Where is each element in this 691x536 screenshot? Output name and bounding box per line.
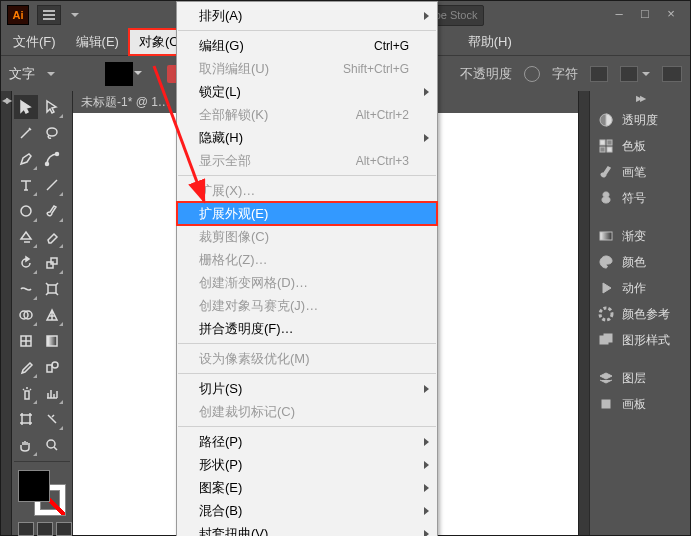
menu-flatten-transparency[interactable]: 拼合透明度(F)… xyxy=(177,317,437,340)
tool-lasso[interactable] xyxy=(40,121,64,145)
paragraph-icon-group[interactable] xyxy=(590,66,608,82)
menu-path[interactable]: 路径(P) xyxy=(177,430,437,453)
tool-graph[interactable] xyxy=(40,381,64,405)
app-logo: Ai xyxy=(7,5,29,25)
menu-pattern[interactable]: 图案(E) xyxy=(177,476,437,499)
panel-actions[interactable]: 动作 xyxy=(590,275,690,301)
menu-arrange[interactable]: 排列(A) xyxy=(177,4,437,27)
panel-color[interactable]: 颜色 xyxy=(590,249,690,275)
panel-label: 动作 xyxy=(622,280,646,297)
svg-point-2 xyxy=(56,153,59,156)
opacity-label[interactable]: 不透明度 xyxy=(460,65,512,83)
brushes-icon xyxy=(598,164,614,180)
menu-slice[interactable]: 切片(S) xyxy=(177,377,437,400)
svg-rect-25 xyxy=(602,400,610,408)
menu-envelope[interactable]: 封套扭曲(V) xyxy=(177,522,437,536)
symbols-icon xyxy=(598,190,614,206)
menu-show-all: 显示全部Alt+Ctrl+3 xyxy=(177,149,437,172)
left-panel-collapse[interactable]: ◀▶ xyxy=(1,91,12,535)
tool-shaper[interactable] xyxy=(14,225,38,249)
panel-color-guide[interactable]: 颜色参考 xyxy=(590,301,690,327)
menu-expand-appearance[interactable]: 扩展外观(E) xyxy=(177,202,437,225)
tool-pen[interactable] xyxy=(14,147,38,171)
svg-rect-21 xyxy=(600,232,612,240)
tool-eraser[interactable] xyxy=(40,225,64,249)
color-mode-btn[interactable] xyxy=(18,522,34,536)
layout-switcher[interactable] xyxy=(37,5,61,25)
panel-graphic-styles[interactable]: 图形样式 xyxy=(590,327,690,353)
tool-width[interactable] xyxy=(14,277,38,301)
tool-line[interactable] xyxy=(40,173,64,197)
tool-shape-builder[interactable] xyxy=(14,303,38,327)
window-maximize-button[interactable]: □ xyxy=(632,5,658,25)
tool-symbol-spray[interactable] xyxy=(14,381,38,405)
toolbox xyxy=(12,91,73,535)
tool-free-transform[interactable] xyxy=(40,277,64,301)
svg-rect-13 xyxy=(25,391,29,399)
svg-point-15 xyxy=(47,440,55,448)
gradient-mode-btn[interactable] xyxy=(37,522,53,536)
tool-hand[interactable] xyxy=(14,433,38,457)
tool-rotate[interactable] xyxy=(14,251,38,275)
tool-artboard[interactable] xyxy=(14,407,38,431)
menu-hide[interactable]: 隐藏(H) xyxy=(177,126,437,149)
panel-brushes[interactable]: 画笔 xyxy=(590,159,690,185)
tool-slice[interactable] xyxy=(40,407,64,431)
chevron-down-icon[interactable] xyxy=(47,72,55,76)
graphic-styles-icon xyxy=(598,332,614,348)
window-minimize-button[interactable]: – xyxy=(606,5,632,25)
tool-selection[interactable] xyxy=(14,95,38,119)
svg-rect-11 xyxy=(47,365,52,372)
transform-icon-group[interactable] xyxy=(620,66,650,82)
tool-gradient[interactable] xyxy=(40,329,64,353)
panel-label: 图层 xyxy=(622,370,646,387)
menu-lock[interactable]: 锁定(L) xyxy=(177,80,437,103)
layers-icon xyxy=(598,370,614,386)
fill-stroke-control[interactable] xyxy=(18,470,66,516)
panel-gradient[interactable]: 渐变 xyxy=(590,223,690,249)
style-target-icon[interactable] xyxy=(524,66,540,82)
menu-help[interactable]: 帮助(H) xyxy=(458,29,522,55)
menu-unlock-all: 全部解锁(K)Alt+Ctrl+2 xyxy=(177,103,437,126)
panel-swatches[interactable]: 色板 xyxy=(590,133,690,159)
tool-curvature[interactable] xyxy=(40,147,64,171)
menu-edit[interactable]: 编辑(E) xyxy=(66,29,129,55)
tool-blend[interactable] xyxy=(40,355,64,379)
align-icon xyxy=(590,66,608,82)
color-guide-icon xyxy=(598,306,614,322)
panel-label: 图形样式 xyxy=(622,332,670,349)
tool-type[interactable] xyxy=(14,173,38,197)
fill-color-swatch[interactable] xyxy=(105,62,133,86)
swatches-icon xyxy=(598,138,614,154)
tool-scale[interactable] xyxy=(40,251,64,275)
chevron-right-icon xyxy=(424,12,429,20)
tool-eyedropper[interactable] xyxy=(14,355,38,379)
none-mode-btn[interactable] xyxy=(56,522,72,536)
chevron-down-icon xyxy=(642,72,650,76)
panel-layers[interactable]: 图层 xyxy=(590,365,690,391)
menu-trim-marks: 创建裁切标记(C) xyxy=(177,400,437,423)
panel-transparency[interactable]: 透明度 xyxy=(590,107,690,133)
panel-artboards[interactable]: 画板 xyxy=(590,391,690,417)
svg-rect-4 xyxy=(47,262,53,268)
menu-file[interactable]: 文件(F) xyxy=(3,29,66,55)
tool-mesh[interactable] xyxy=(14,329,38,353)
fill-swatch[interactable] xyxy=(18,470,50,502)
panel-symbols[interactable]: 符号 xyxy=(590,185,690,211)
chevron-double-icon[interactable]: ▶▶ xyxy=(590,95,690,107)
chevron-double-icon: ◀▶ xyxy=(2,97,10,104)
object-menu-dropdown: 排列(A) 编组(G)Ctrl+G 取消编组(U)Shift+Ctrl+G 锁定… xyxy=(176,1,438,536)
more-options-icon[interactable] xyxy=(662,66,682,82)
menu-shape[interactable]: 形状(P) xyxy=(177,453,437,476)
tool-direct-select[interactable] xyxy=(40,95,64,119)
menu-blend[interactable]: 混合(B) xyxy=(177,499,437,522)
menu-group[interactable]: 编组(G)Ctrl+G xyxy=(177,34,437,57)
tool-magic-wand[interactable] xyxy=(14,121,38,145)
right-panel-collapse[interactable] xyxy=(578,91,589,535)
tool-zoom[interactable] xyxy=(40,433,64,457)
tool-rect[interactable] xyxy=(14,199,38,223)
window-close-button[interactable]: × xyxy=(658,5,684,25)
characters-label[interactable]: 字符 xyxy=(552,65,578,83)
tool-perspective[interactable] xyxy=(40,303,64,327)
tool-brush[interactable] xyxy=(40,199,64,223)
